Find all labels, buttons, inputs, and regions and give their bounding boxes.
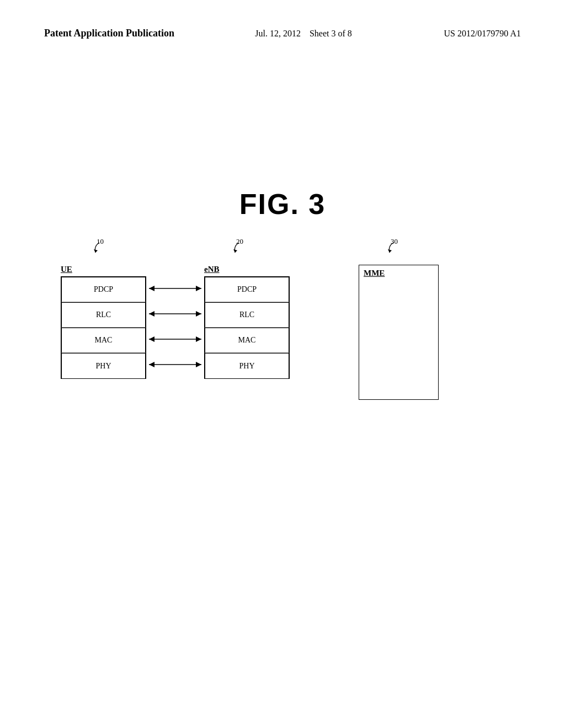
ref-arrow-20: [231, 242, 247, 255]
diagram-area: 10 20 30 UE PDCP RLC MAC: [33, 237, 532, 425]
header: Patent Application Publication Jul. 12, …: [0, 28, 565, 39]
enb-stack: PDCP RLC MAC PHY: [204, 276, 290, 379]
sheet-label: Sheet 3 of 8: [310, 29, 352, 38]
svg-marker-13: [196, 362, 201, 367]
ue-mac: MAC: [61, 328, 146, 353]
ue-label-text: UE: [61, 265, 72, 274]
publication-label: Patent Application Publication: [44, 28, 232, 39]
ue-rlc: RLC: [61, 302, 146, 328]
ue-label: UE: [61, 265, 146, 274]
svg-marker-0: [94, 249, 98, 253]
date-label: Jul. 12, 2012: [255, 29, 301, 38]
svg-marker-14: [149, 362, 154, 367]
svg-marker-4: [196, 286, 201, 291]
mme-label: MME: [359, 265, 438, 281]
mme-label-text: MME: [364, 269, 385, 277]
enb-label-text: eNB: [204, 265, 220, 274]
svg-marker-7: [196, 311, 201, 317]
svg-marker-11: [149, 336, 154, 342]
patent-number-label: US 2012/0179790 A1: [444, 29, 521, 39]
entity-ue: UE PDCP RLC MAC PHY: [61, 265, 146, 379]
enb-mac: MAC: [205, 328, 289, 353]
svg-marker-10: [196, 336, 201, 342]
date-sheet-label: Jul. 12, 2012 Sheet 3 of 8: [232, 29, 375, 39]
enb-label: eNB: [204, 265, 290, 274]
svg-marker-1: [233, 249, 237, 253]
enb-pdcp: PDCP: [205, 277, 289, 302]
enb-rlc: RLC: [205, 302, 289, 328]
ue-phy: PHY: [61, 353, 146, 378]
svg-marker-5: [149, 286, 154, 291]
protocol-arrows: [146, 276, 204, 378]
ref-arrow-30: [385, 242, 402, 255]
svg-marker-2: [388, 249, 392, 253]
svg-marker-8: [149, 311, 154, 317]
ref-arrow-10: [91, 242, 108, 255]
ue-stack: PDCP RLC MAC PHY: [61, 276, 146, 379]
figure-title: FIG. 3: [0, 188, 565, 221]
patent-page: Patent Application Publication Jul. 12, …: [0, 0, 565, 728]
enb-phy: PHY: [205, 353, 289, 378]
ue-pdcp: PDCP: [61, 277, 146, 302]
entity-enb: eNB PDCP RLC MAC PHY: [204, 265, 290, 379]
entity-mme: MME: [359, 265, 439, 400]
